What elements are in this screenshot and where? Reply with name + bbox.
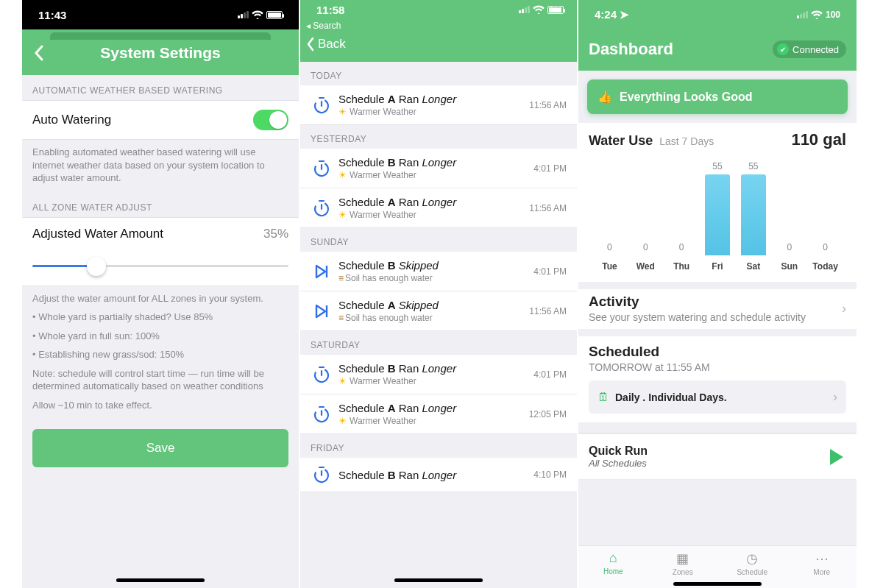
play-icon[interactable] <box>826 447 846 467</box>
activity-row[interactable]: Schedule A Ran Longer☀ Warmer Weather11:… <box>300 85 577 125</box>
wifi-icon <box>252 10 263 19</box>
activity-time: 4:01 PM <box>533 266 567 277</box>
chart-bar: 0Thu <box>664 242 700 272</box>
screen-dashboard: 4:24 ➤ 100 Dashboard ✔ Connected 👍 Every… <box>578 0 857 588</box>
activity-row[interactable]: Schedule A Ran Longer☀ Warmer Weather12:… <box>300 394 577 434</box>
battery-icon <box>547 6 564 14</box>
activity-time: 11:56 AM <box>529 100 567 110</box>
activity-reason: ☀ Warmer Weather <box>338 210 529 220</box>
calendar-icon: 🗓 <box>597 391 609 404</box>
save-button[interactable]: Save <box>32 429 288 467</box>
activity-row[interactable]: Schedule B Ran Longer☀ Warmer Weather4:0… <box>300 355 577 394</box>
activity-row[interactable]: Schedule B Ran Longer4:10 PM <box>300 458 577 492</box>
back-chevron-icon[interactable] <box>34 45 44 61</box>
signal-icon <box>519 6 530 13</box>
activity-reason: ☀ Warmer Weather <box>338 107 529 117</box>
bar-category: Tue <box>602 261 617 272</box>
back-button[interactable]: Back <box>300 31 577 62</box>
quick-run-card[interactable]: Quick Run All Schedules <box>578 434 857 479</box>
activity-group-header: YESTERDAY <box>300 125 577 149</box>
wifi-icon <box>811 10 823 19</box>
bar-value: 0 <box>823 242 828 252</box>
section-label-auto: AUTOMATIC WEATHER BASED WATERING <box>22 75 299 100</box>
timer-icon <box>311 199 333 218</box>
activity-row[interactable]: Schedule B Skipped≡ Soil has enough wate… <box>300 252 577 291</box>
home-indicator <box>394 578 483 582</box>
thumbs-up-icon: 👍 <box>597 90 612 104</box>
activity-row[interactable]: Schedule A Ran Longer☀ Warmer Weather11:… <box>300 188 577 228</box>
activity-title: Schedule A Ran Longer <box>338 402 529 414</box>
scheduled-sub: TOMORROW at 11:55 AM <box>589 360 846 376</box>
chart-bar: 0Wed <box>628 242 664 272</box>
sheet-handle <box>50 32 271 40</box>
activity-group-header: FRIDAY <box>300 434 577 458</box>
activity-time: 12:05 PM <box>529 409 567 419</box>
activity-title: Schedule B Ran Longer <box>338 156 533 169</box>
timer-icon <box>311 96 333 115</box>
auto-watering-row[interactable]: Auto Watering <box>22 100 299 140</box>
status-right <box>238 10 283 19</box>
activity-title: Schedule B Skipped <box>338 259 533 272</box>
activity-reason: ☀ Warmer Weather <box>338 416 529 426</box>
chevron-left-icon <box>306 37 315 52</box>
adjusted-amount-value: 35% <box>263 227 288 241</box>
water-use-chart: 0Tue0Wed0Thu55Fri55Sat0Sun0Today <box>589 161 846 272</box>
chart-bar: 0Sun <box>771 242 807 272</box>
status-right: 87 <box>519 5 561 14</box>
scheduled-title: Scheduled <box>589 344 846 360</box>
water-use-card: Water Use Last 7 Days 110 gal 0Tue0Wed0T… <box>578 123 857 282</box>
location-icon: ➤ <box>620 8 629 21</box>
tab-schedule[interactable]: ◷Schedule <box>717 546 787 579</box>
bar-category: Fri <box>712 261 723 272</box>
activity-title: Activity <box>589 294 806 310</box>
bar-value: 0 <box>787 242 792 252</box>
back-label: Back <box>318 37 346 52</box>
scheduled-card: Scheduled TOMORROW at 11:55 AM 🗓 Daily .… <box>578 336 857 422</box>
activity-title: Schedule A Ran Longer <box>338 93 529 105</box>
status-banner[interactable]: 👍 Everything Looks Good <box>587 79 848 114</box>
bar-category: Wed <box>636 261 655 272</box>
header: Dashboard ✔ Connected <box>578 29 857 71</box>
activity-group-header: SATURDAY <box>300 331 577 355</box>
bar-category: Today <box>812 261 837 272</box>
activity-sub: See your system watering and schedule ac… <box>589 310 806 323</box>
page-title: Dashboard <box>589 40 673 59</box>
activity-title: Schedule B Ran Longer <box>338 469 533 481</box>
screen-activity-log: 11:58 87 ◂ Search Back TODAYSchedule A R… <box>300 0 578 588</box>
activity-row[interactable]: Schedule A Skipped≡ Soil has enough wate… <box>300 291 577 331</box>
water-use-sub: Last 7 Days <box>659 135 714 147</box>
home-indicator <box>673 582 762 586</box>
chart-bar: 0Today <box>807 242 843 272</box>
activity-time: 4:10 PM <box>533 470 567 480</box>
activity-reason: ☀ Warmer Weather <box>338 376 533 386</box>
search-breadcrumb[interactable]: ◂ Search <box>300 19 577 31</box>
battery-icon <box>266 11 283 19</box>
adjusted-amount-slider[interactable] <box>22 250 299 286</box>
tab-more[interactable]: ⋯More <box>787 546 857 579</box>
status-time: 11:58 <box>316 4 344 16</box>
tab-zones[interactable]: ▦Zones <box>648 546 718 579</box>
auto-watering-toggle[interactable] <box>253 110 288 130</box>
chart-bar: 0Tue <box>592 242 628 272</box>
scheduled-row[interactable]: 🗓 Daily . Individual Days. › <box>589 380 846 414</box>
adjusted-amount-label: Adjusted Water Amount <box>32 227 163 241</box>
adjusted-amount-row: Adjusted Water Amount 35% <box>22 217 299 250</box>
status-right: 100 <box>797 10 840 20</box>
auto-watering-help: Enabling automated weather based waterin… <box>22 140 299 192</box>
tab-home[interactable]: ⌂Home <box>578 546 648 579</box>
connected-pill[interactable]: ✔ Connected <box>773 40 846 58</box>
activity-reason: ≡ Soil has enough water <box>338 313 529 323</box>
water-use-total: 110 gal <box>791 130 846 149</box>
activity-reason: ☀ Warmer Weather <box>338 170 533 180</box>
status-time: 4:24 ➤ <box>595 8 629 21</box>
activity-group-header: SUNDAY <box>300 228 577 252</box>
timer-icon <box>311 405 333 424</box>
chart-bar: 55Sat <box>735 161 771 272</box>
activity-row[interactable]: Schedule B Ran Longer☀ Warmer Weather4:0… <box>300 149 577 188</box>
bar-category: Sat <box>747 261 761 272</box>
page-title: System Settings <box>100 44 220 62</box>
bar-value: 0 <box>643 242 648 252</box>
activity-card[interactable]: Activity See your system watering and sc… <box>578 289 857 329</box>
activity-title: Schedule A Skipped <box>338 299 529 311</box>
bar-value: 0 <box>679 242 684 252</box>
